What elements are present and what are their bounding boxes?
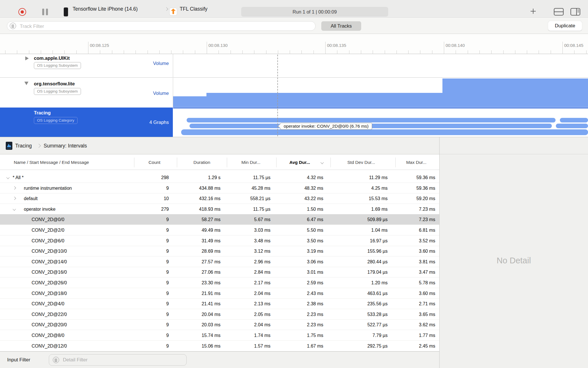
track-meta[interactable]: Volume xyxy=(111,61,169,66)
table-row-conv-2d-8-0[interactable]: CONV_2D@8/0915.74 ms1.74 ms1.75 ms7.79 µ… xyxy=(0,330,439,341)
cell-std: 292.75 µs xyxy=(367,341,388,351)
column-header-max[interactable]: Max Dur... xyxy=(406,155,427,170)
interval-bar[interactable] xyxy=(556,124,588,128)
cell-std: 533.28 µs xyxy=(367,309,388,320)
interval-bar[interactable] xyxy=(181,129,588,135)
volume-area-segment[interactable] xyxy=(173,96,206,107)
column-divider[interactable] xyxy=(276,158,276,167)
disclosure-collapsed-icon[interactable] xyxy=(25,56,29,60)
minor-tick xyxy=(112,50,112,54)
track-filter-input[interactable]: Track Filter xyxy=(7,21,316,31)
table-row-conv-2d-22-0[interactable]: CONV_2D@22/0920.04 ms2.05 ms2.23 ms533.2… xyxy=(0,309,439,320)
row-collapse-icon[interactable] xyxy=(6,176,9,179)
column-divider[interactable] xyxy=(395,158,396,167)
disclosure-expanded-icon[interactable] xyxy=(24,82,28,85)
table-row-conv-2d-6-0[interactable]: CONV_2D@6/0931.49 ms3.48 ms3.50 ms16.97 … xyxy=(0,235,439,246)
table-row-conv-2d-10-0[interactable]: CONV_2D@10/0928.69 ms3.12 ms3.19 ms155.9… xyxy=(0,246,439,256)
cell-count: 9 xyxy=(166,183,169,193)
table-row-operator-invoke[interactable]: operator invoke279418.93 ms11.75 µs1.50 … xyxy=(0,204,439,214)
summary-table-header[interactable]: Name / Start Message / End MessageCountD… xyxy=(0,155,439,170)
bottom-pane-toggle-icon[interactable] xyxy=(554,8,564,16)
table-row-conv-2d-20-0[interactable]: CONV_2D@20/0920.03 ms2.04 ms2.23 ms522.7… xyxy=(0,319,439,330)
track-meta[interactable]: Volume xyxy=(111,91,169,96)
column-divider[interactable] xyxy=(134,158,134,167)
cell-avg: 48.32 ms xyxy=(304,183,323,193)
track-meta[interactable]: 4 Graphs xyxy=(111,120,169,125)
cell-count: 9 xyxy=(166,309,169,320)
record-icon[interactable] xyxy=(18,8,26,16)
cell-min: 5.67 ms xyxy=(254,214,270,225)
cell-min: 2.04 ms xyxy=(254,288,270,299)
track-label-uikit[interactable]: com.apple.UIKit OS Logging Subsystem Vol… xyxy=(0,54,173,77)
table-row-conv-2d-4-0[interactable]: CONV_2D@4/0921.41 ms2.13 ms2.38 ms235.56… xyxy=(0,298,439,309)
interval-bar[interactable] xyxy=(560,118,588,122)
volume-area-segment[interactable] xyxy=(206,93,442,107)
track-row-tracing-selected[interactable]: Tracing OS Logging Category 4 Graphs ope… xyxy=(0,108,588,137)
column-header-avg[interactable]: Avg Dur... xyxy=(289,155,310,170)
cell-max: 3.60 ms xyxy=(419,288,435,299)
column-divider[interactable] xyxy=(177,158,177,167)
table-row-conv-2d-2-0[interactable]: CONV_2D@2/0949.49 ms3.03 ms5.50 ms1.04 m… xyxy=(0,225,439,235)
right-pane-toggle-icon[interactable] xyxy=(570,8,581,16)
track-graph-tracing[interactable]: operator invoke: CONV_2D@0/0 (6.76 ms) xyxy=(173,108,588,137)
column-divider[interactable] xyxy=(330,158,331,167)
target-app-name[interactable]: TFL Classify xyxy=(180,0,208,18)
tracing-thumbnail-icon xyxy=(6,142,12,150)
column-header-std[interactable]: Std Dev Dur... xyxy=(347,155,375,170)
cell-std: 4.25 ms xyxy=(371,183,388,193)
breadcrumb-view[interactable]: Summary: Intervals xyxy=(44,137,87,155)
detail-filter-input[interactable]: Detail Filter xyxy=(49,354,187,366)
cell-count: 9 xyxy=(166,277,169,288)
track-graph-volume[interactable] xyxy=(173,78,588,108)
volume-area-segment[interactable] xyxy=(442,78,588,107)
duplicate-button[interactable]: Duplicate xyxy=(548,21,582,31)
cell-duration: 27.06 ms xyxy=(202,267,220,277)
all-tracks-button[interactable]: All Tracks xyxy=(321,21,361,31)
table-row-conv-2d-12-0[interactable]: CONV_2D@12/0915.06 ms1.57 ms1.67 ms292.7… xyxy=(0,341,439,351)
cell-std: 463.61 µs xyxy=(367,288,388,299)
input-filter-label[interactable]: Input Filter xyxy=(7,352,30,368)
row-collapse-icon[interactable] xyxy=(13,207,16,210)
table-row--all-[interactable]: * All *2981.29 s11.75 µs4.32 ms11.29 ms5… xyxy=(0,172,439,183)
table-row-runtime-instrumentation[interactable]: runtime instrumentation9434.88 ms45.28 m… xyxy=(0,183,439,193)
time-ruler[interactable]: 00:08.12500:08.13000:08.13500:08.14000:0… xyxy=(0,34,588,54)
add-instrument-icon[interactable] xyxy=(530,8,537,15)
row-expand-icon[interactable] xyxy=(13,186,16,189)
column-header-min[interactable]: Min Dur... xyxy=(241,155,260,170)
track-row-tensorflow[interactable]: org.tensorflow.lite OS Logging Subsystem… xyxy=(0,78,588,108)
table-row-conv-2d-18-0[interactable]: CONV_2D@18/0921.91 ms2.04 ms2.43 ms463.6… xyxy=(0,288,439,299)
row-expand-icon[interactable] xyxy=(13,197,16,200)
instruments-window: Tensorflow Lite iPhone (14.6) TFL Classi… xyxy=(0,0,588,368)
column-divider[interactable] xyxy=(227,158,227,167)
minor-tick xyxy=(491,50,492,54)
cell-std: 1.69 ms xyxy=(371,204,388,214)
table-row-conv-2d-26-0[interactable]: CONV_2D@26/0923.30 ms2.17 ms2.59 ms1.20 … xyxy=(0,277,439,288)
table-row-conv-2d-0-0[interactable]: CONV_2D@0/0958.27 ms5.67 ms6.47 ms509.89… xyxy=(0,214,439,225)
cell-max: 3.81 ms xyxy=(419,256,435,267)
cell-name: operator invoke xyxy=(24,204,55,214)
cell-duration: 58.27 ms xyxy=(202,214,220,225)
table-row-conv-2d-14-0[interactable]: CONV_2D@14/0927.57 ms2.96 ms3.06 ms280.4… xyxy=(0,256,439,267)
minor-tick xyxy=(539,50,539,54)
breadcrumb-track[interactable]: Tracing xyxy=(15,137,32,155)
device-name[interactable]: Tensorflow Lite iPhone (14.6) xyxy=(73,0,138,18)
pause-icon[interactable] xyxy=(42,9,49,15)
column-header-count[interactable]: Count xyxy=(148,155,160,170)
cell-duration: 15.06 ms xyxy=(202,341,220,351)
minor-tick xyxy=(254,50,254,54)
table-row-default[interactable]: default10432.16 ms558.21 µs43.22 ms15.53… xyxy=(0,193,439,204)
column-header-name[interactable]: Name / Start Message / End Message xyxy=(14,155,89,170)
sort-descending-icon[interactable] xyxy=(320,161,324,164)
interval-bar[interactable] xyxy=(187,118,556,122)
cell-max: 7.23 ms xyxy=(419,214,435,225)
track-label-tracing[interactable]: Tracing OS Logging Category 4 Graphs xyxy=(0,108,173,137)
cell-min: 11.75 µs xyxy=(253,204,270,214)
table-row-conv-2d-16-0[interactable]: CONV_2D@16/0927.06 ms2.84 ms3.01 ms179.0… xyxy=(0,267,439,277)
track-row-uikit[interactable]: com.apple.UIKit OS Logging Subsystem Vol… xyxy=(0,54,588,78)
column-header-duration[interactable]: Duration xyxy=(194,155,210,170)
track-graph-uikit[interactable] xyxy=(173,54,588,77)
cell-avg: 3.06 ms xyxy=(307,256,323,267)
minor-tick xyxy=(136,50,136,54)
cell-avg: 43.22 ms xyxy=(304,193,323,204)
track-label-tensorflow[interactable]: org.tensorflow.lite OS Logging Subsystem… xyxy=(0,78,173,108)
